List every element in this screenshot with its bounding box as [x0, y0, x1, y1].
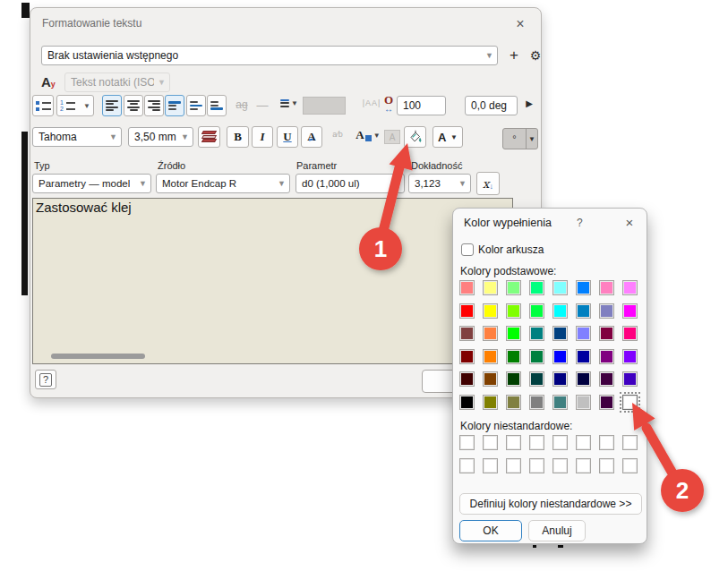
color-swatch[interactable] — [483, 395, 498, 410]
layer-button[interactable] — [198, 126, 220, 148]
custom-color-swatch[interactable] — [506, 435, 521, 450]
custom-color-swatch[interactable] — [483, 458, 498, 473]
color-swatch[interactable] — [622, 280, 638, 295]
color-swatch[interactable] — [483, 326, 498, 341]
color-swatch[interactable] — [483, 303, 498, 319]
valign-top-button[interactable] — [165, 95, 184, 116]
symbol-combobox[interactable]: ° ▼ — [502, 128, 538, 149]
custom-color-swatch[interactable] — [529, 458, 544, 473]
color-swatch[interactable] — [529, 371, 544, 387]
rotation-input[interactable]: 0,0 deg — [465, 96, 518, 115]
color-swatch[interactable] — [599, 349, 614, 364]
text-case-button[interactable]: A ▼ — [352, 128, 384, 142]
color-swatch[interactable] — [622, 395, 638, 410]
color-swatch[interactable] — [506, 395, 521, 410]
color-swatch[interactable] — [576, 349, 591, 364]
color-swatch[interactable] — [599, 371, 614, 387]
color-swatch[interactable] — [622, 326, 638, 341]
preset-combobox[interactable]: Brak ustawienia wstępnego ▼ — [41, 46, 498, 65]
color-swatch[interactable] — [506, 303, 521, 319]
custom-color-swatch[interactable] — [483, 435, 498, 450]
color-swatch[interactable] — [552, 371, 568, 387]
custom-color-swatch[interactable] — [529, 435, 544, 450]
text-editor-area[interactable]: Zastosować klej — [32, 198, 513, 364]
color-swatch[interactable] — [552, 326, 568, 341]
text-style-combobox[interactable]: Tekst notatki (ISO) ▼ — [64, 72, 170, 92]
line-spacing-button[interactable]: ▼ — [276, 98, 303, 108]
color-swatch[interactable] — [622, 371, 638, 387]
sheet-color-checkbox-row[interactable]: Kolor arkusza — [461, 243, 544, 256]
color-swatch[interactable] — [459, 395, 475, 410]
color-swatch[interactable] — [552, 303, 568, 319]
align-center-button[interactable] — [124, 95, 143, 116]
custom-color-swatch[interactable] — [459, 435, 475, 450]
color-swatch[interactable] — [506, 326, 521, 341]
color-swatch[interactable] — [506, 280, 521, 295]
color-swatch[interactable] — [483, 280, 498, 295]
define-custom-colors-button[interactable]: Definiuj kolory niestandardowe >> — [459, 493, 642, 515]
valign-middle-button[interactable] — [186, 95, 206, 116]
custom-color-swatch[interactable] — [576, 458, 591, 473]
cancel-button[interactable]: Anuluj — [528, 520, 586, 541]
color-swatch[interactable] — [552, 280, 568, 295]
dokladnosc-combobox[interactable]: 3,123 ▼ — [408, 174, 471, 193]
color-swatch[interactable] — [576, 395, 591, 410]
color-swatch[interactable] — [599, 326, 614, 341]
bold-button[interactable]: B — [227, 126, 249, 148]
custom-color-swatch[interactable] — [622, 458, 638, 473]
color-swatch[interactable] — [576, 280, 591, 295]
valign-bottom-button[interactable] — [207, 95, 227, 116]
italic-button[interactable]: I — [252, 126, 273, 148]
help-icon[interactable]: ? — [577, 217, 583, 229]
color-swatch[interactable] — [483, 371, 498, 387]
color-swatch[interactable] — [599, 280, 614, 295]
custom-color-swatch[interactable] — [599, 458, 614, 473]
font-size-combobox[interactable]: 3,50 mm ▼ — [128, 127, 193, 147]
color-swatch[interactable] — [459, 303, 475, 319]
color-swatch[interactable] — [529, 326, 544, 341]
color-swatch[interactable] — [529, 303, 544, 319]
close-icon[interactable]: × — [510, 14, 530, 34]
parametr-combobox[interactable]: d0 (1,000 ul) ▼ — [295, 174, 405, 193]
color-swatch[interactable] — [529, 395, 544, 410]
color-swatch[interactable] — [483, 349, 498, 364]
color-swatch[interactable] — [459, 326, 475, 341]
strikethrough-button[interactable]: A — [301, 126, 322, 148]
color-swatch[interactable] — [552, 349, 568, 364]
color-swatch[interactable] — [552, 395, 568, 410]
stretch-input[interactable]: 100 — [397, 96, 446, 115]
gear-icon[interactable]: ⚙ — [527, 47, 544, 64]
insert-parameter-button[interactable]: x ↓ — [476, 172, 500, 195]
custom-color-swatch[interactable] — [506, 458, 521, 473]
fill-color-button[interactable] — [404, 126, 426, 148]
color-swatch[interactable] — [599, 303, 614, 319]
custom-color-swatch[interactable] — [459, 458, 475, 473]
close-icon[interactable]: × — [620, 212, 639, 232]
help-button[interactable]: ? — [35, 370, 56, 389]
font-color-button[interactable]: A ▼ — [433, 126, 463, 148]
color-swatch[interactable] — [576, 326, 591, 341]
add-preset-button[interactable]: + — [505, 47, 523, 64]
color-swatch[interactable] — [576, 371, 591, 387]
color-swatch[interactable] — [622, 349, 638, 364]
bullet-list-button[interactable] — [32, 95, 54, 116]
numbered-list-button[interactable]: 1 2 ▼ — [56, 95, 94, 116]
checkbox-unchecked[interactable] — [461, 243, 474, 256]
color-swatch[interactable] — [529, 280, 544, 295]
font-family-combobox[interactable]: Tahoma ▼ — [32, 127, 122, 147]
color-swatch[interactable] — [506, 349, 521, 364]
color-swatch[interactable] — [459, 280, 475, 295]
align-right-button[interactable] — [144, 95, 164, 116]
horizontal-scrollbar-thumb[interactable] — [51, 354, 145, 359]
color-swatch[interactable] — [576, 303, 591, 319]
color-swatch[interactable] — [622, 303, 638, 319]
zrodlo-combobox[interactable]: Motor Endcap R ▼ — [156, 174, 290, 193]
ok-button[interactable]: OK — [459, 520, 522, 541]
align-left-button[interactable] — [102, 95, 122, 116]
custom-color-swatch[interactable] — [576, 435, 591, 450]
color-swatch[interactable] — [459, 349, 475, 364]
color-swatch[interactable] — [459, 371, 475, 387]
custom-color-swatch[interactable] — [599, 435, 614, 450]
typ-combobox[interactable]: Parametry — model ▼ — [32, 174, 151, 193]
color-swatch[interactable] — [599, 395, 614, 410]
